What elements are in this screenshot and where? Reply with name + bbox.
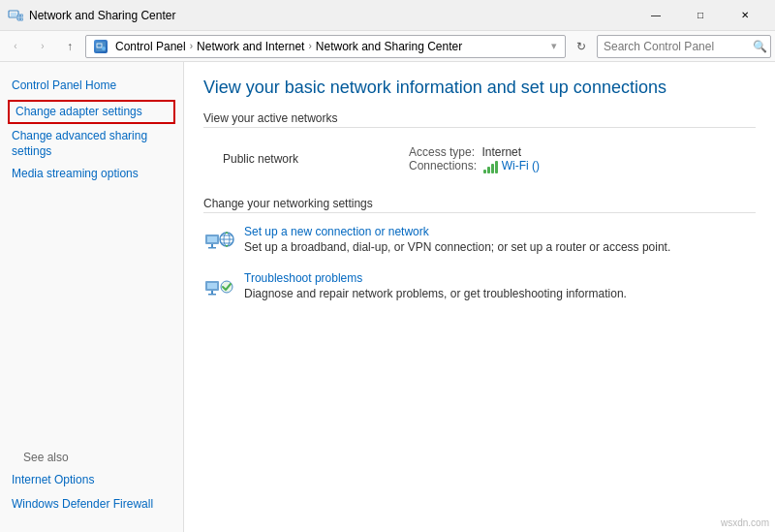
svg-rect-1 <box>11 13 16 16</box>
page-title: View your basic network information and … <box>203 78 756 98</box>
see-also-label: See also <box>12 447 171 468</box>
watermark: wsxdn.com <box>721 517 769 528</box>
active-networks-label: View your active networks <box>203 111 756 128</box>
path-sep-1: › <box>190 41 193 51</box>
sidebar-media-streaming[interactable]: Media streaming options <box>0 162 183 186</box>
troubleshoot-icon <box>203 273 234 304</box>
up-button[interactable]: ↑ <box>58 35 81 58</box>
setup-connection-icon <box>203 227 234 258</box>
path-control-panel[interactable]: Control Panel <box>115 40 186 53</box>
access-type-value: Internet <box>481 145 521 159</box>
wifi-icon <box>483 160 498 173</box>
path-icon <box>94 40 108 53</box>
setup-link[interactable]: Set up a new connection or network <box>244 225 429 238</box>
forward-button[interactable]: › <box>31 35 54 58</box>
svg-rect-10 <box>211 244 213 247</box>
window-controls: — □ ✕ <box>634 0 767 31</box>
minimize-button[interactable]: — <box>634 0 678 31</box>
wifi-label: Wi-Fi ( <box>502 159 536 172</box>
action-item-troubleshoot: Troubleshoot problems Diagnose and repai… <box>203 271 756 304</box>
wifi-bar-3 <box>491 164 494 173</box>
action-text-setup: Set up a new connection or network Set u… <box>244 225 670 254</box>
svg-rect-11 <box>208 247 216 249</box>
svg-rect-21 <box>211 291 213 294</box>
close-button[interactable]: ✕ <box>723 0 767 31</box>
content-area: View your basic network information and … <box>184 62 775 532</box>
setup-description: Set up a broadband, dial-up, or VPN conn… <box>244 240 670 254</box>
change-settings-label: Change your networking settings <box>203 197 756 213</box>
title-bar: Network and Sharing Center — □ ✕ <box>0 0 775 31</box>
firewall-link[interactable]: Windows Defender Firewall <box>12 492 171 516</box>
svg-rect-20 <box>207 283 217 289</box>
refresh-button[interactable]: ↻ <box>570 35 593 58</box>
table-row: Public network Access type: Internet Con… <box>203 138 756 181</box>
search-box: 🔍 <box>597 35 771 58</box>
internet-options-link[interactable]: Internet Options <box>12 468 171 492</box>
svg-rect-9 <box>207 236 217 242</box>
network-info-table: Public network Access type: Internet Con… <box>203 138 756 181</box>
address-bar: ‹ › ↑ Control Panel › Network and Intern… <box>0 31 775 62</box>
action-text-troubleshoot: Troubleshoot problems Diagnose and repai… <box>244 271 627 300</box>
network-details: Access type: Internet Connections: <box>409 145 744 173</box>
maximize-button[interactable]: □ <box>678 0 723 31</box>
search-icon: 🔍 <box>753 40 767 53</box>
connections-label: Connections: <box>409 159 477 172</box>
window-title: Network and Sharing Center <box>29 9 634 22</box>
address-path: Control Panel › Network and Internet › N… <box>85 35 566 58</box>
search-input[interactable] <box>604 40 749 53</box>
back-button[interactable]: ‹ <box>4 35 27 58</box>
access-type-label: Access type: <box>409 145 475 159</box>
sidebar-change-advanced[interactable]: Change advanced sharing settings <box>0 126 183 163</box>
wifi-link[interactable]: Wi-Fi () <box>502 159 540 172</box>
wifi-bar-1 <box>483 170 486 173</box>
svg-rect-22 <box>208 294 216 296</box>
window-icon <box>8 8 23 23</box>
troubleshoot-description: Diagnose and repair network problems, or… <box>244 287 627 300</box>
path-sep-2: › <box>308 41 311 51</box>
sidebar: Control Panel Home Change adapter settin… <box>0 62 184 532</box>
path-sharing-center[interactable]: Network and Sharing Center <box>316 40 462 53</box>
see-also-section: See also Internet Options Windows Defend… <box>0 447 183 516</box>
svg-point-7 <box>102 47 106 50</box>
troubleshoot-link[interactable]: Troubleshoot problems <box>244 271 362 285</box>
action-item-setup: Set up a new connection or network Set u… <box>203 225 756 258</box>
path-network-internet[interactable]: Network and Internet <box>197 40 304 53</box>
wifi-bar-4 <box>495 161 498 173</box>
main-layout: Control Panel Home Change adapter settin… <box>0 62 775 532</box>
wifi-bar-2 <box>487 167 490 173</box>
wifi-suffix: ) <box>536 159 540 172</box>
network-name: Public network <box>223 152 386 166</box>
sidebar-change-adapter[interactable]: Change adapter settings <box>8 100 175 124</box>
sidebar-control-panel-home[interactable]: Control Panel Home <box>0 74 183 98</box>
wifi-bars <box>483 160 498 173</box>
